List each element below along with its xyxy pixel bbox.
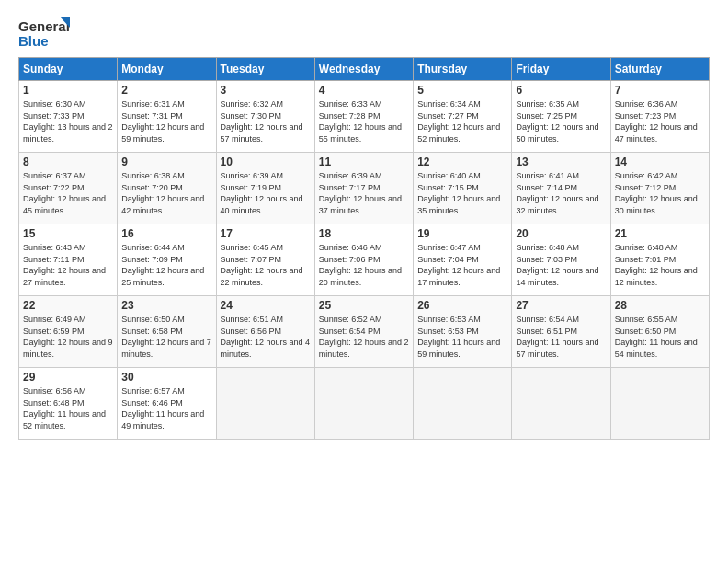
calendar-cell: 29 Sunrise: 6:56 AM Sunset: 6:48 PM Dayl…: [19, 368, 118, 440]
weekday-header-wednesday: Wednesday: [314, 58, 413, 81]
calendar-cell: 23 Sunrise: 6:50 AM Sunset: 6:58 PM Dayl…: [118, 296, 216, 368]
page: General Blue SundayMondayTuesdayWednesda…: [0, 0, 728, 449]
day-number: 9: [121, 155, 211, 168]
calendar-cell: 21 Sunrise: 6:48 AM Sunset: 7:01 PM Dayl…: [610, 224, 709, 296]
day-number: 3: [221, 84, 311, 97]
calendar-cell: [314, 368, 413, 440]
weekday-header-friday: Friday: [512, 58, 610, 81]
day-number: 6: [516, 84, 606, 97]
day-number: 8: [23, 155, 113, 168]
calendar-cell: 22 Sunrise: 6:49 AM Sunset: 6:59 PM Dayl…: [19, 296, 118, 368]
cell-info: Sunrise: 6:30 AM Sunset: 7:33 PM Dayligh…: [23, 98, 113, 144]
day-number: 27: [516, 299, 606, 312]
cell-info: Sunrise: 6:37 AM Sunset: 7:22 PM Dayligh…: [23, 170, 113, 216]
day-number: 30: [121, 371, 211, 384]
cell-info: Sunrise: 6:57 AM Sunset: 6:46 PM Dayligh…: [121, 385, 211, 431]
day-number: 11: [319, 155, 409, 168]
day-number: 21: [615, 227, 705, 240]
calendar-cell: 16 Sunrise: 6:44 AM Sunset: 7:09 PM Dayl…: [118, 224, 216, 296]
cell-info: Sunrise: 6:53 AM Sunset: 6:53 PM Dayligh…: [417, 314, 507, 360]
logo: General Blue: [18, 15, 70, 50]
calendar-cell: 27 Sunrise: 6:54 AM Sunset: 6:51 PM Dayl…: [512, 296, 610, 368]
calendar-cell: 2 Sunrise: 6:31 AM Sunset: 7:31 PM Dayli…: [118, 81, 216, 153]
header: General Blue: [18, 15, 710, 50]
day-number: 7: [615, 84, 705, 97]
day-number: 13: [516, 155, 606, 168]
day-number: 29: [23, 371, 113, 384]
day-number: 18: [319, 227, 409, 240]
calendar-cell: 25 Sunrise: 6:52 AM Sunset: 6:54 PM Dayl…: [314, 296, 413, 368]
day-number: 19: [417, 227, 507, 240]
calendar-cell: [216, 368, 314, 440]
day-number: 1: [23, 84, 113, 97]
svg-text:General: General: [18, 18, 70, 34]
cell-info: Sunrise: 6:32 AM Sunset: 7:30 PM Dayligh…: [221, 98, 311, 144]
calendar-cell: 8 Sunrise: 6:37 AM Sunset: 7:22 PM Dayli…: [19, 153, 118, 224]
cell-info: Sunrise: 6:42 AM Sunset: 7:12 PM Dayligh…: [615, 170, 705, 216]
cell-info: Sunrise: 6:48 AM Sunset: 7:01 PM Dayligh…: [615, 242, 705, 288]
day-number: 22: [23, 299, 113, 312]
cell-info: Sunrise: 6:50 AM Sunset: 6:58 PM Dayligh…: [121, 314, 211, 360]
weekday-header-saturday: Saturday: [610, 58, 709, 81]
day-number: 16: [121, 227, 211, 240]
calendar-cell: 11 Sunrise: 6:39 AM Sunset: 7:17 PM Dayl…: [314, 153, 413, 224]
calendar-cell: 10 Sunrise: 6:39 AM Sunset: 7:19 PM Dayl…: [216, 153, 314, 224]
calendar-table: SundayMondayTuesdayWednesdayThursdayFrid…: [18, 57, 710, 440]
calendar-cell: 5 Sunrise: 6:34 AM Sunset: 7:27 PM Dayli…: [414, 81, 512, 153]
day-number: 4: [319, 84, 409, 97]
calendar-cell: 24 Sunrise: 6:51 AM Sunset: 6:56 PM Dayl…: [216, 296, 314, 368]
day-number: 12: [417, 155, 507, 168]
day-number: 26: [417, 299, 507, 312]
calendar-cell: [512, 368, 610, 440]
cell-info: Sunrise: 6:40 AM Sunset: 7:15 PM Dayligh…: [417, 170, 507, 216]
cell-info: Sunrise: 6:54 AM Sunset: 6:51 PM Dayligh…: [516, 314, 606, 360]
calendar-cell: 18 Sunrise: 6:46 AM Sunset: 7:06 PM Dayl…: [314, 224, 413, 296]
calendar-cell: 15 Sunrise: 6:43 AM Sunset: 7:11 PM Dayl…: [19, 224, 118, 296]
calendar-cell: [610, 368, 709, 440]
cell-info: Sunrise: 6:34 AM Sunset: 7:27 PM Dayligh…: [417, 98, 507, 144]
weekday-header-monday: Monday: [118, 58, 216, 81]
day-number: 17: [221, 227, 311, 240]
calendar-cell: 9 Sunrise: 6:38 AM Sunset: 7:20 PM Dayli…: [118, 153, 216, 224]
day-number: 23: [121, 299, 211, 312]
calendar-cell: 13 Sunrise: 6:41 AM Sunset: 7:14 PM Dayl…: [512, 153, 610, 224]
day-number: 20: [516, 227, 606, 240]
calendar-cell: 3 Sunrise: 6:32 AM Sunset: 7:30 PM Dayli…: [216, 81, 314, 153]
day-number: 25: [319, 299, 409, 312]
calendar-cell: 28 Sunrise: 6:55 AM Sunset: 6:50 PM Dayl…: [610, 296, 709, 368]
calendar-cell: 6 Sunrise: 6:35 AM Sunset: 7:25 PM Dayli…: [512, 81, 610, 153]
calendar-cell: 12 Sunrise: 6:40 AM Sunset: 7:15 PM Dayl…: [414, 153, 512, 224]
cell-info: Sunrise: 6:31 AM Sunset: 7:31 PM Dayligh…: [121, 98, 211, 144]
cell-info: Sunrise: 6:46 AM Sunset: 7:06 PM Dayligh…: [319, 242, 409, 288]
calendar-cell: 14 Sunrise: 6:42 AM Sunset: 7:12 PM Dayl…: [610, 153, 709, 224]
calendar-cell: 20 Sunrise: 6:48 AM Sunset: 7:03 PM Dayl…: [512, 224, 610, 296]
day-number: 15: [23, 227, 113, 240]
cell-info: Sunrise: 6:48 AM Sunset: 7:03 PM Dayligh…: [516, 242, 606, 288]
day-number: 24: [221, 299, 311, 312]
svg-text:Blue: Blue: [18, 33, 49, 49]
cell-info: Sunrise: 6:45 AM Sunset: 7:07 PM Dayligh…: [221, 242, 311, 288]
cell-info: Sunrise: 6:47 AM Sunset: 7:04 PM Dayligh…: [417, 242, 507, 288]
weekday-header-thursday: Thursday: [414, 58, 512, 81]
calendar-cell: 1 Sunrise: 6:30 AM Sunset: 7:33 PM Dayli…: [19, 81, 118, 153]
cell-info: Sunrise: 6:39 AM Sunset: 7:17 PM Dayligh…: [319, 170, 409, 216]
weekday-header-tuesday: Tuesday: [216, 58, 314, 81]
cell-info: Sunrise: 6:36 AM Sunset: 7:23 PM Dayligh…: [615, 98, 705, 144]
day-number: 28: [615, 299, 705, 312]
calendar-cell: 17 Sunrise: 6:45 AM Sunset: 7:07 PM Dayl…: [216, 224, 314, 296]
day-number: 10: [221, 155, 311, 168]
calendar-cell: 19 Sunrise: 6:47 AM Sunset: 7:04 PM Dayl…: [414, 224, 512, 296]
cell-info: Sunrise: 6:35 AM Sunset: 7:25 PM Dayligh…: [516, 98, 606, 144]
cell-info: Sunrise: 6:52 AM Sunset: 6:54 PM Dayligh…: [319, 314, 409, 360]
cell-info: Sunrise: 6:41 AM Sunset: 7:14 PM Dayligh…: [516, 170, 606, 216]
cell-info: Sunrise: 6:55 AM Sunset: 6:50 PM Dayligh…: [615, 314, 705, 360]
cell-info: Sunrise: 6:49 AM Sunset: 6:59 PM Dayligh…: [23, 314, 113, 360]
cell-info: Sunrise: 6:51 AM Sunset: 6:56 PM Dayligh…: [221, 314, 311, 360]
cell-info: Sunrise: 6:44 AM Sunset: 7:09 PM Dayligh…: [121, 242, 211, 288]
day-number: 5: [417, 84, 507, 97]
calendar-cell: [414, 368, 512, 440]
cell-info: Sunrise: 6:43 AM Sunset: 7:11 PM Dayligh…: [23, 242, 113, 288]
calendar-cell: 7 Sunrise: 6:36 AM Sunset: 7:23 PM Dayli…: [610, 81, 709, 153]
calendar-cell: 26 Sunrise: 6:53 AM Sunset: 6:53 PM Dayl…: [414, 296, 512, 368]
cell-info: Sunrise: 6:39 AM Sunset: 7:19 PM Dayligh…: [221, 170, 311, 216]
